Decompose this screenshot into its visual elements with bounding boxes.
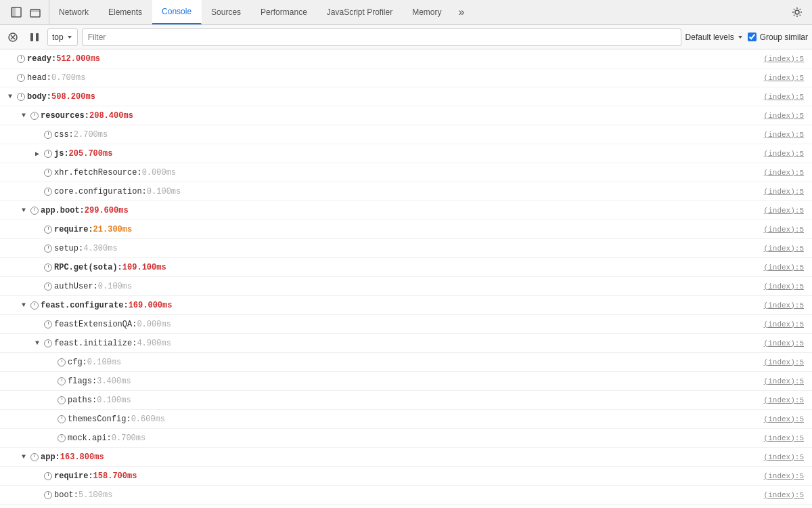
row-source-link[interactable]: (index):5: [764, 188, 812, 196]
row-source-link[interactable]: (index):5: [764, 434, 812, 442]
tab-elements[interactable]: Elements: [99, 0, 152, 24]
expand-arrow[interactable]: [5, 92, 15, 102]
row-value: 512.000ms: [56, 54, 100, 64]
console-row[interactable]: feastExtensionQA: 0.000ms(index):5: [0, 315, 812, 334]
row-value: 0.100ms: [87, 358, 121, 367]
svg-point-4: [795, 10, 799, 14]
console-row[interactable]: cfg: 0.100ms(index):5: [0, 353, 812, 372]
row-source-link[interactable]: (index):5: [764, 339, 812, 347]
row-label: mock.api:: [68, 433, 112, 443]
row-label: boot:: [54, 490, 78, 500]
expand-arrow[interactable]: [32, 339, 42, 348]
row-source-link[interactable]: (index):5: [764, 396, 812, 404]
console-row[interactable]: resources: 208.400ms(index):5: [0, 106, 812, 125]
row-source-link[interactable]: (index):5: [764, 131, 812, 139]
timer-icon: [58, 358, 66, 366]
row-label: app.boot:: [41, 206, 85, 215]
timer-icon: [44, 472, 52, 480]
console-row[interactable]: boot: 5.100ms(index):5: [0, 486, 812, 505]
console-row[interactable]: js: 205.700ms(index):5: [0, 144, 812, 163]
tab-js-profiler[interactable]: JavaScript Profiler: [317, 0, 403, 24]
row-source-link[interactable]: (index):5: [764, 93, 812, 101]
timer-icon: [30, 453, 39, 461]
row-label: require:: [54, 225, 93, 234]
group-similar-checkbox[interactable]: [748, 33, 757, 41]
timer-icon: [44, 188, 52, 196]
console-row[interactable]: paths: 0.100ms(index):5: [0, 391, 812, 410]
more-tabs-button[interactable]: »: [452, 0, 472, 24]
console-row[interactable]: authUser: 0.100ms(index):5: [0, 277, 812, 296]
row-source-link[interactable]: (index):5: [764, 320, 812, 329]
context-selector[interactable]: top: [47, 28, 78, 46]
expand-arrow[interactable]: [19, 111, 28, 121]
row-label: resources:: [41, 111, 89, 121]
undock-icon[interactable]: [27, 4, 43, 20]
console-row[interactable]: flags: 3.400ms(index):5: [0, 372, 812, 391]
svg-rect-3: [30, 9, 40, 12]
console-row[interactable]: themesConfig: 0.600ms(index):5: [0, 410, 812, 429]
devtools-settings-button[interactable]: [785, 7, 809, 18]
row-source-link[interactable]: (index):5: [764, 415, 812, 423]
console-row[interactable]: feast.configurate: 169.000ms(index):5: [0, 296, 812, 315]
row-source-link[interactable]: (index):5: [764, 453, 812, 461]
console-row[interactable]: setup: 4.300ms(index):5: [0, 239, 812, 258]
row-source-link[interactable]: (index):5: [764, 282, 812, 291]
expand-arrow[interactable]: [19, 206, 28, 215]
timer-icon: [30, 207, 39, 215]
row-source-link[interactable]: (index):5: [764, 491, 812, 499]
tab-memory[interactable]: Memory: [403, 0, 451, 24]
row-source-link[interactable]: (index):5: [764, 55, 812, 63]
tab-performance[interactable]: Performance: [251, 0, 317, 24]
tab-sources[interactable]: Sources: [202, 0, 251, 24]
row-label: themesConfig:: [68, 415, 131, 424]
console-row[interactable]: require: 21.300ms(index):5: [0, 220, 812, 239]
row-source-link[interactable]: (index):5: [764, 245, 812, 253]
console-row[interactable]: core.configuration: 0.100ms(index):5: [0, 182, 812, 201]
filter-input[interactable]: [82, 28, 681, 46]
console-row[interactable]: require: 158.700ms(index):5: [0, 467, 812, 486]
console-row[interactable]: feast.initialize: 4.900ms(index):5: [0, 334, 812, 353]
expand-arrow[interactable]: [19, 452, 28, 462]
row-source-link[interactable]: (index):5: [764, 472, 812, 480]
svg-rect-1: [12, 7, 16, 17]
clear-console-button[interactable]: [4, 28, 22, 46]
timer-icon: [44, 263, 52, 272]
pause-button[interactable]: [26, 28, 43, 46]
row-source-link[interactable]: (index):5: [764, 112, 812, 120]
console-row[interactable]: css: 2.700ms(index):5: [0, 125, 812, 144]
row-label: feast.configurate:: [41, 301, 129, 310]
row-source-link[interactable]: (index):5: [764, 150, 812, 158]
expand-arrow[interactable]: [19, 301, 28, 310]
tab-network[interactable]: Network: [49, 0, 99, 24]
console-row[interactable]: ready: 512.000ms(index):5: [0, 49, 812, 68]
row-source-link[interactable]: (index):5: [764, 207, 812, 215]
console-row[interactable]: head: 0.700ms(index):5: [0, 68, 812, 87]
row-value: 0.100ms: [98, 282, 132, 291]
timer-icon: [44, 491, 52, 499]
timer-icon: [17, 55, 25, 63]
console-row[interactable]: body: 508.200ms(index):5: [0, 87, 812, 106]
console-row[interactable]: RPC.get(sota): 109.100ms(index):5: [0, 258, 812, 277]
console-row[interactable]: xhr.fetchResource: 0.000ms(index):5: [0, 163, 812, 182]
tab-console[interactable]: Console: [152, 0, 202, 24]
devtools-icon-group: [3, 0, 49, 24]
group-similar-toggle[interactable]: Group similar: [748, 33, 808, 42]
timer-icon: [44, 245, 52, 253]
row-source-link[interactable]: (index):5: [764, 377, 812, 385]
row-source-link[interactable]: (index):5: [764, 358, 812, 366]
row-source-link[interactable]: (index):5: [764, 169, 812, 177]
collapse-arrow[interactable]: [32, 149, 42, 158]
console-row[interactable]: mock.api: 0.700ms(index):5: [0, 429, 812, 448]
row-value: 21.300ms: [93, 225, 133, 234]
row-value: 3.400ms: [97, 377, 131, 386]
console-row[interactable]: app: 163.800ms(index):5: [0, 448, 812, 467]
row-label: cfg:: [68, 358, 87, 367]
row-source-link[interactable]: (index):5: [764, 74, 812, 82]
log-level-selector[interactable]: Default levels: [685, 33, 744, 42]
row-source-link[interactable]: (index):5: [764, 226, 812, 234]
row-label: require:: [54, 471, 93, 481]
row-source-link[interactable]: (index):5: [764, 301, 812, 310]
dock-icon[interactable]: [8, 4, 24, 20]
row-source-link[interactable]: (index):5: [764, 263, 812, 272]
console-row[interactable]: app.boot: 299.600ms(index):5: [0, 201, 812, 220]
